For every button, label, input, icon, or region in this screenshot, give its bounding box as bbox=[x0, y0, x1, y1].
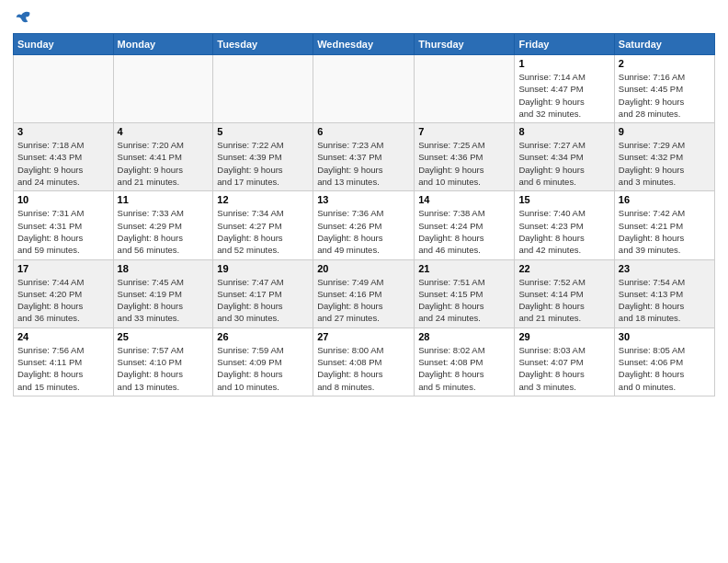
calendar-week-row: 24Sunrise: 7:56 AM Sunset: 4:11 PM Dayli… bbox=[14, 327, 715, 396]
day-info: Sunrise: 7:22 AM Sunset: 4:39 PM Dayligh… bbox=[217, 139, 309, 188]
calendar-day-cell: 19Sunrise: 7:47 AM Sunset: 4:17 PM Dayli… bbox=[213, 259, 313, 327]
day-info: Sunrise: 7:25 AM Sunset: 4:36 PM Dayligh… bbox=[418, 139, 510, 188]
weekday-header: Tuesday bbox=[213, 34, 313, 55]
day-info: Sunrise: 8:05 AM Sunset: 4:06 PM Dayligh… bbox=[619, 344, 711, 393]
day-number: 10 bbox=[17, 194, 109, 205]
calendar-day-cell: 22Sunrise: 7:52 AM Sunset: 4:14 PM Dayli… bbox=[515, 259, 614, 327]
calendar-day-cell: 12Sunrise: 7:34 AM Sunset: 4:27 PM Dayli… bbox=[213, 191, 313, 259]
calendar-day-cell: 4Sunrise: 7:20 AM Sunset: 4:41 PM Daylig… bbox=[113, 123, 213, 191]
calendar-day-cell bbox=[14, 55, 114, 123]
day-info: Sunrise: 8:03 AM Sunset: 4:07 PM Dayligh… bbox=[518, 344, 609, 393]
day-number: 20 bbox=[317, 263, 410, 274]
day-number: 19 bbox=[217, 263, 309, 274]
day-number: 16 bbox=[619, 194, 711, 205]
calendar-day-cell: 21Sunrise: 7:51 AM Sunset: 4:15 PM Dayli… bbox=[415, 259, 515, 327]
day-info: Sunrise: 7:38 AM Sunset: 4:24 PM Dayligh… bbox=[418, 207, 510, 256]
day-number: 28 bbox=[418, 331, 510, 342]
calendar-day-cell: 8Sunrise: 7:27 AM Sunset: 4:34 PM Daylig… bbox=[515, 123, 614, 191]
day-number: 14 bbox=[418, 194, 510, 205]
weekday-header: Sunday bbox=[14, 34, 114, 55]
day-info: Sunrise: 7:27 AM Sunset: 4:34 PM Dayligh… bbox=[518, 139, 609, 188]
day-number: 17 bbox=[17, 263, 109, 274]
calendar-day-cell: 13Sunrise: 7:36 AM Sunset: 4:26 PM Dayli… bbox=[313, 191, 415, 259]
calendar-day-cell: 1Sunrise: 7:14 AM Sunset: 4:47 PM Daylig… bbox=[515, 55, 614, 123]
day-info: Sunrise: 7:47 AM Sunset: 4:17 PM Dayligh… bbox=[217, 276, 309, 325]
day-number: 2 bbox=[619, 58, 711, 69]
calendar-day-cell: 11Sunrise: 7:33 AM Sunset: 4:29 PM Dayli… bbox=[113, 191, 213, 259]
calendar-day-cell: 28Sunrise: 8:02 AM Sunset: 4:08 PM Dayli… bbox=[415, 327, 515, 396]
calendar-day-cell: 25Sunrise: 7:57 AM Sunset: 4:10 PM Dayli… bbox=[113, 327, 213, 396]
day-info: Sunrise: 7:54 AM Sunset: 4:13 PM Dayligh… bbox=[619, 276, 711, 325]
calendar-day-cell bbox=[415, 55, 515, 123]
calendar-week-row: 17Sunrise: 7:44 AM Sunset: 4:20 PM Dayli… bbox=[14, 259, 715, 327]
calendar-day-cell: 20Sunrise: 7:49 AM Sunset: 4:16 PM Dayli… bbox=[313, 259, 415, 327]
day-info: Sunrise: 7:20 AM Sunset: 4:41 PM Dayligh… bbox=[118, 139, 210, 188]
day-info: Sunrise: 7:14 AM Sunset: 4:47 PM Dayligh… bbox=[518, 71, 609, 120]
calendar-day-cell: 23Sunrise: 7:54 AM Sunset: 4:13 PM Dayli… bbox=[614, 259, 714, 327]
page-container: SundayMondayTuesdayWednesdayThursdayFrid… bbox=[0, 0, 728, 406]
day-number: 1 bbox=[518, 58, 609, 69]
weekday-header: Wednesday bbox=[313, 34, 415, 55]
day-number: 9 bbox=[619, 126, 711, 137]
day-number: 25 bbox=[118, 331, 210, 342]
day-number: 26 bbox=[217, 331, 309, 342]
day-info: Sunrise: 7:42 AM Sunset: 4:21 PM Dayligh… bbox=[619, 207, 711, 256]
day-info: Sunrise: 7:29 AM Sunset: 4:32 PM Dayligh… bbox=[619, 139, 711, 188]
weekday-header: Thursday bbox=[415, 34, 515, 55]
calendar-day-cell: 6Sunrise: 7:23 AM Sunset: 4:37 PM Daylig… bbox=[313, 123, 415, 191]
day-info: Sunrise: 7:34 AM Sunset: 4:27 PM Dayligh… bbox=[217, 207, 309, 256]
calendar-table: SundayMondayTuesdayWednesdayThursdayFrid… bbox=[13, 33, 715, 396]
day-info: Sunrise: 7:49 AM Sunset: 4:16 PM Dayligh… bbox=[317, 276, 410, 325]
day-info: Sunrise: 7:23 AM Sunset: 4:37 PM Dayligh… bbox=[317, 139, 410, 188]
day-info: Sunrise: 7:59 AM Sunset: 4:09 PM Dayligh… bbox=[217, 344, 309, 393]
calendar-day-cell: 10Sunrise: 7:31 AM Sunset: 4:31 PM Dayli… bbox=[14, 191, 114, 259]
day-info: Sunrise: 7:45 AM Sunset: 4:19 PM Dayligh… bbox=[118, 276, 210, 325]
day-info: Sunrise: 8:02 AM Sunset: 4:08 PM Dayligh… bbox=[418, 344, 510, 393]
calendar-day-cell: 14Sunrise: 7:38 AM Sunset: 4:24 PM Dayli… bbox=[415, 191, 515, 259]
day-number: 12 bbox=[217, 194, 309, 205]
day-number: 27 bbox=[317, 331, 410, 342]
calendar-day-cell bbox=[213, 55, 313, 123]
calendar-day-cell: 5Sunrise: 7:22 AM Sunset: 4:39 PM Daylig… bbox=[213, 123, 313, 191]
calendar-week-row: 10Sunrise: 7:31 AM Sunset: 4:31 PM Dayli… bbox=[14, 191, 715, 259]
calendar-day-cell: 26Sunrise: 7:59 AM Sunset: 4:09 PM Dayli… bbox=[213, 327, 313, 396]
day-number: 23 bbox=[619, 263, 711, 274]
day-info: Sunrise: 7:44 AM Sunset: 4:20 PM Dayligh… bbox=[17, 276, 109, 325]
calendar-day-cell: 2Sunrise: 7:16 AM Sunset: 4:45 PM Daylig… bbox=[614, 55, 714, 123]
day-number: 15 bbox=[518, 194, 609, 205]
day-number: 21 bbox=[418, 263, 510, 274]
calendar-day-cell: 30Sunrise: 8:05 AM Sunset: 4:06 PM Dayli… bbox=[614, 327, 714, 396]
calendar-day-cell bbox=[113, 55, 213, 123]
calendar-day-cell: 16Sunrise: 7:42 AM Sunset: 4:21 PM Dayli… bbox=[614, 191, 714, 259]
day-number: 11 bbox=[118, 194, 210, 205]
calendar-day-cell: 7Sunrise: 7:25 AM Sunset: 4:36 PM Daylig… bbox=[415, 123, 515, 191]
day-info: Sunrise: 7:16 AM Sunset: 4:45 PM Dayligh… bbox=[619, 71, 711, 120]
day-number: 30 bbox=[619, 331, 711, 342]
day-info: Sunrise: 7:33 AM Sunset: 4:29 PM Dayligh… bbox=[118, 207, 210, 256]
day-info: Sunrise: 7:18 AM Sunset: 4:43 PM Dayligh… bbox=[17, 139, 109, 188]
calendar-day-cell: 18Sunrise: 7:45 AM Sunset: 4:19 PM Dayli… bbox=[113, 259, 213, 327]
day-number: 18 bbox=[118, 263, 210, 274]
day-info: Sunrise: 7:56 AM Sunset: 4:11 PM Dayligh… bbox=[17, 344, 109, 393]
calendar-day-cell: 27Sunrise: 8:00 AM Sunset: 4:08 PM Dayli… bbox=[313, 327, 415, 396]
calendar-day-cell: 29Sunrise: 8:03 AM Sunset: 4:07 PM Dayli… bbox=[515, 327, 614, 396]
header bbox=[13, 9, 715, 26]
calendar-week-row: 1Sunrise: 7:14 AM Sunset: 4:47 PM Daylig… bbox=[14, 55, 715, 123]
calendar-day-cell: 15Sunrise: 7:40 AM Sunset: 4:23 PM Dayli… bbox=[515, 191, 614, 259]
logo-bird-icon bbox=[15, 9, 31, 26]
day-number: 8 bbox=[518, 126, 609, 137]
day-number: 6 bbox=[317, 126, 410, 137]
day-info: Sunrise: 7:52 AM Sunset: 4:14 PM Dayligh… bbox=[518, 276, 609, 325]
weekday-header: Saturday bbox=[614, 34, 714, 55]
day-info: Sunrise: 7:36 AM Sunset: 4:26 PM Dayligh… bbox=[317, 207, 410, 256]
logo bbox=[13, 9, 31, 26]
calendar-day-cell bbox=[313, 55, 415, 123]
day-info: Sunrise: 7:40 AM Sunset: 4:23 PM Dayligh… bbox=[518, 207, 609, 256]
weekday-header-row: SundayMondayTuesdayWednesdayThursdayFrid… bbox=[14, 34, 715, 55]
weekday-header: Friday bbox=[515, 34, 614, 55]
day-number: 7 bbox=[418, 126, 510, 137]
day-number: 4 bbox=[118, 126, 210, 137]
calendar-day-cell: 3Sunrise: 7:18 AM Sunset: 4:43 PM Daylig… bbox=[14, 123, 114, 191]
day-number: 5 bbox=[217, 126, 309, 137]
day-number: 29 bbox=[518, 331, 609, 342]
